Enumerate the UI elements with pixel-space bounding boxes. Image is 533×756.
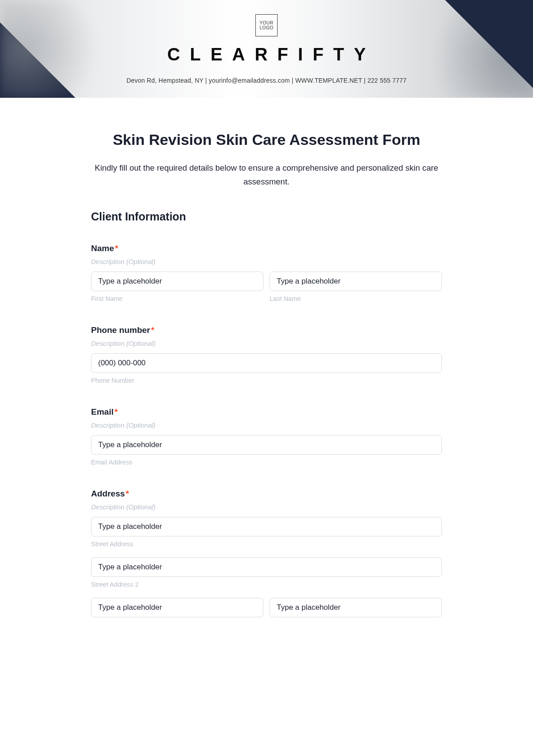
first-name-input[interactable] bbox=[91, 272, 263, 291]
city-input[interactable] bbox=[91, 598, 263, 617]
required-indicator: * bbox=[151, 325, 154, 335]
field-group-name: Name* Description (Optional) First Name … bbox=[91, 244, 442, 302]
email-sublabel: Email Address bbox=[91, 459, 442, 466]
first-name-sublabel: First Name bbox=[91, 295, 263, 302]
logo-text-line1: YOUR bbox=[260, 20, 274, 25]
field-group-email: Email* Description (Optional) Email Addr… bbox=[91, 407, 442, 466]
phone-input[interactable] bbox=[91, 353, 442, 373]
form-content: Skin Revision Skin Care Assessment Form … bbox=[44, 98, 489, 658]
email-description: Description (Optional) bbox=[91, 421, 442, 429]
street2-sublabel: Street Address 2 bbox=[91, 581, 442, 588]
state-input[interactable] bbox=[270, 598, 442, 617]
name-label-text: Name bbox=[91, 244, 114, 253]
required-indicator: * bbox=[115, 407, 118, 416]
address-row3 bbox=[91, 598, 442, 617]
phone-sublabel: Phone Number bbox=[91, 377, 442, 384]
city-col bbox=[91, 598, 263, 617]
street1-input[interactable] bbox=[91, 517, 442, 536]
email-label: Email* bbox=[91, 407, 442, 417]
last-name-input[interactable] bbox=[270, 272, 442, 291]
required-indicator: * bbox=[115, 244, 118, 253]
state-col bbox=[270, 598, 442, 617]
form-title: Skin Revision Skin Care Assessment Form bbox=[91, 131, 442, 148]
street2-col: Street Address 2 bbox=[91, 557, 442, 588]
phone-col: Phone Number bbox=[91, 353, 442, 384]
name-description: Description (Optional) bbox=[91, 258, 442, 265]
logo-placeholder: YOUR LOGO bbox=[255, 14, 278, 36]
email-input[interactable] bbox=[91, 435, 442, 455]
field-group-phone: Phone number* Description (Optional) Pho… bbox=[91, 325, 442, 384]
phone-label: Phone number* bbox=[91, 325, 442, 335]
street1-col: Street Address bbox=[91, 517, 442, 548]
required-indicator: * bbox=[126, 489, 129, 498]
field-group-address: Address* Description (Optional) Street A… bbox=[91, 489, 442, 617]
phone-label-text: Phone number bbox=[91, 325, 150, 335]
decor-blur-left bbox=[0, 0, 124, 98]
street1-sublabel: Street Address bbox=[91, 540, 442, 548]
decor-blur-right bbox=[409, 0, 533, 98]
header-banner: YOUR LOGO CLEARFIFTY Devon Rd, Hempstead… bbox=[0, 0, 533, 98]
address-label-text: Address bbox=[91, 489, 125, 498]
address-label: Address* bbox=[91, 489, 442, 499]
section-client-info-title: Client Information bbox=[91, 210, 442, 223]
last-name-sublabel: Last Name bbox=[270, 295, 442, 302]
phone-description: Description (Optional) bbox=[91, 340, 442, 347]
first-name-col: First Name bbox=[91, 272, 263, 302]
brand-name: CLEARFIFTY bbox=[158, 44, 376, 64]
name-label: Name* bbox=[91, 244, 442, 253]
email-label-text: Email bbox=[91, 407, 114, 416]
contact-info: Devon Rd, Hempstead, NY | yourinfo@email… bbox=[127, 77, 406, 84]
email-col: Email Address bbox=[91, 435, 442, 466]
last-name-col: Last Name bbox=[270, 272, 442, 302]
form-subtitle: Kindly fill out the required details bel… bbox=[91, 161, 442, 189]
address-inputs: Street Address Street Address 2 bbox=[91, 517, 442, 617]
logo-text-line2: LOGO bbox=[260, 25, 274, 30]
address-description: Description (Optional) bbox=[91, 503, 442, 511]
street2-input[interactable] bbox=[91, 557, 442, 577]
name-input-row: First Name Last Name bbox=[91, 272, 442, 302]
